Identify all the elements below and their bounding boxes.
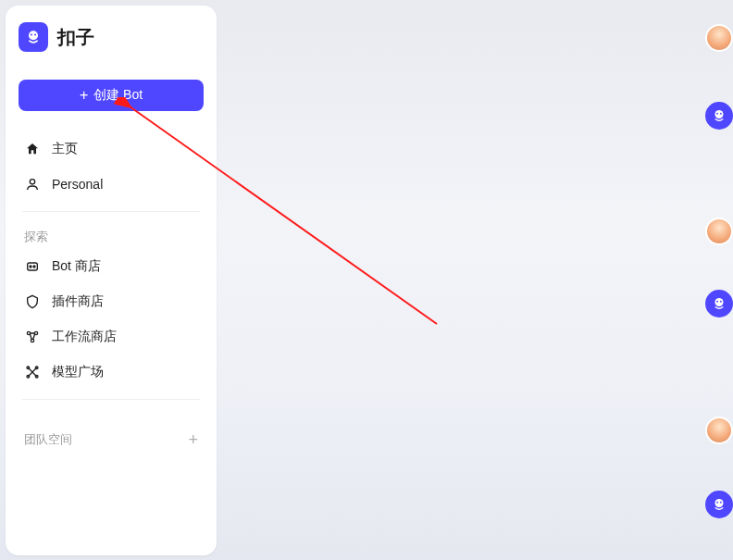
bot-store-icon (24, 258, 41, 275)
avatar-user[interactable] (705, 417, 733, 444)
team-section-label: 团队空间 (24, 431, 72, 448)
avatar-bot[interactable] (705, 491, 733, 518)
nav-model-square[interactable]: 模型广场 (19, 355, 204, 390)
svg-point-19 (715, 298, 724, 306)
team-section-header: 团队空间 + (19, 426, 204, 454)
svg-point-9 (31, 339, 33, 342)
svg-point-12 (27, 375, 30, 378)
svg-point-6 (33, 266, 35, 268)
svg-point-10 (27, 367, 30, 369)
nav-workflow-store[interactable]: 工作流商店 (19, 319, 204, 355)
nav-personal-label: Personal (52, 177, 103, 192)
plugin-store-icon (24, 293, 41, 310)
brand-header: 扣子 (19, 22, 204, 52)
svg-point-18 (720, 113, 722, 115)
nav-home-label: 主页 (52, 141, 78, 157)
workflow-store-icon (24, 329, 41, 345)
explore-section-label: 探索 (19, 221, 204, 249)
svg-point-16 (715, 110, 724, 118)
svg-point-2 (34, 34, 36, 36)
svg-point-17 (716, 113, 718, 115)
brand-logo-icon (19, 22, 48, 52)
nav-bot-store[interactable]: Bot 商店 (19, 249, 204, 284)
nav-plugin-store[interactable]: 插件商店 (19, 284, 204, 319)
avatar-bot[interactable] (705, 102, 733, 130)
nav-personal[interactable]: Personal (19, 167, 204, 202)
svg-point-1 (31, 34, 32, 36)
nav-bot-store-label: Bot 商店 (52, 258, 101, 275)
nav-workflow-store-label: 工作流商店 (52, 329, 117, 345)
nav-home[interactable]: 主页 (19, 131, 204, 167)
svg-point-13 (35, 375, 38, 378)
avatar-user[interactable] (705, 218, 733, 245)
home-icon (24, 141, 41, 157)
divider (22, 211, 200, 212)
add-team-button[interactable]: + (188, 431, 198, 448)
nav-plugin-store-label: 插件商店 (52, 293, 104, 310)
model-square-icon (24, 364, 41, 380)
person-icon (24, 176, 41, 193)
svg-point-3 (30, 180, 34, 184)
svg-point-0 (29, 31, 38, 40)
svg-rect-4 (28, 263, 38, 270)
create-bot-button[interactable]: + 创建 Bot (19, 80, 204, 111)
svg-point-20 (716, 301, 718, 303)
svg-point-21 (720, 301, 722, 303)
svg-point-22 (715, 499, 724, 507)
avatar-bot[interactable] (705, 290, 733, 317)
sidebar: 扣子 + 创建 Bot 主页 Personal 探索 Bot 商店 插件商店 (6, 6, 217, 555)
svg-point-11 (35, 367, 38, 369)
svg-point-5 (30, 266, 31, 268)
right-avatar-column (703, 0, 733, 560)
svg-point-24 (720, 502, 722, 504)
svg-point-23 (716, 502, 718, 504)
divider (22, 399, 200, 400)
nav-model-square-label: 模型广场 (52, 364, 104, 380)
plus-icon: + (80, 88, 88, 103)
avatar-user[interactable] (705, 24, 733, 52)
create-bot-label: 创建 Bot (93, 87, 143, 104)
brand-title: 扣子 (57, 25, 94, 50)
